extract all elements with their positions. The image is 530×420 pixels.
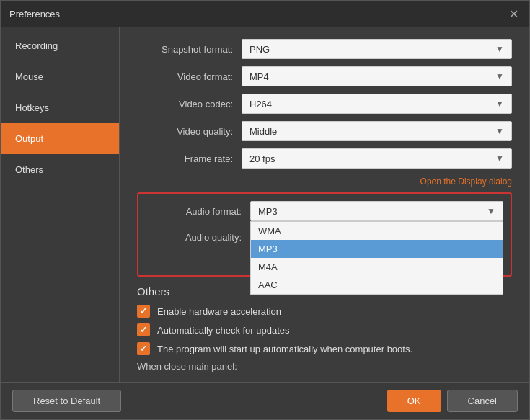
footer: Reset to Default OK Cancel (1, 382, 529, 419)
video-quality-value: Middle (249, 126, 277, 137)
hw-accel-label: Enable hardware acceleration (157, 306, 281, 317)
video-codec-row: Video codec: H264 ▼ (137, 94, 512, 114)
chevron-down-icon: ▼ (495, 153, 504, 164)
video-format-value: MP4 (249, 71, 269, 82)
reset-to-default-button[interactable]: Reset to Default (12, 390, 121, 412)
snapshot-format-dropdown[interactable]: PNG ▼ (242, 39, 512, 59)
sidebar: Recording Mouse Hotkeys Output Others (1, 27, 120, 382)
sidebar-item-mouse[interactable]: Mouse (1, 61, 119, 92)
hw-accel-checkbox[interactable] (137, 305, 150, 318)
video-quality-row: Video quality: Middle ▼ (137, 121, 512, 141)
sidebar-item-others[interactable]: Others (1, 154, 119, 185)
ok-button[interactable]: OK (387, 390, 441, 412)
dropdown-option-mp3[interactable]: MP3 (251, 240, 503, 258)
auto-start-row: The program will start up automatically … (137, 342, 512, 355)
frame-rate-dropdown[interactable]: 20 fps ▼ (242, 148, 512, 169)
frame-rate-label: Frame rate: (137, 153, 242, 164)
snapshot-format-label: Snapshot format: (137, 44, 242, 55)
snapshot-format-row: Snapshot format: PNG ▼ (137, 39, 512, 59)
chevron-down-icon: ▼ (495, 44, 504, 54)
audio-format-dropdown-list: WMA MP3 M4A AAC (250, 221, 503, 295)
audio-quality-label: Audio quality: (146, 232, 250, 243)
dropdown-option-m4a[interactable]: M4A (251, 258, 503, 276)
display-dialog-link-row: Open the Display dialog (137, 176, 512, 187)
cancel-button[interactable]: Cancel (447, 390, 518, 412)
audio-format-dropdown[interactable]: MP3 ▼ (250, 201, 503, 221)
open-display-dialog-link[interactable]: Open the Display dialog (420, 177, 512, 187)
video-format-dropdown[interactable]: MP4 ▼ (242, 66, 512, 86)
video-quality-label: Video quality: (137, 126, 242, 137)
video-codec-value: H264 (249, 99, 272, 110)
video-quality-dropdown[interactable]: Middle ▼ (242, 121, 512, 141)
chevron-down-icon: ▼ (495, 99, 504, 109)
snapshot-format-value: PNG (249, 44, 270, 55)
sidebar-item-recording[interactable]: Recording (1, 30, 119, 61)
dropdown-option-wma[interactable]: WMA (251, 222, 503, 240)
sidebar-item-hotkeys[interactable]: Hotkeys (1, 92, 119, 123)
chevron-down-icon: ▼ (487, 206, 495, 216)
audio-section: Audio format: MP3 ▼ WMA MP3 M4A AAC (137, 192, 512, 277)
dropdown-option-aac[interactable]: AAC (251, 276, 503, 294)
frame-rate-value: 20 fps (249, 153, 275, 164)
video-format-row: Video format: MP4 ▼ (137, 66, 512, 86)
preferences-window: Preferences ✕ Recording Mouse Hotkeys Ou… (0, 0, 530, 420)
video-format-label: Video format: (137, 71, 242, 82)
auto-check-row: Automatically check for updates (137, 323, 512, 336)
frame-rate-row: Frame rate: 20 fps ▼ (137, 148, 512, 169)
video-codec-label: Video codec: (137, 99, 242, 110)
video-codec-dropdown[interactable]: H264 ▼ (242, 94, 512, 114)
others-section: Others Enable hardware acceleration Auto… (137, 285, 512, 372)
footer-right-buttons: OK Cancel (387, 390, 518, 412)
chevron-down-icon: ▼ (495, 71, 504, 81)
titlebar: Preferences ✕ (1, 1, 529, 27)
audio-format-value: MP3 (258, 206, 278, 217)
auto-start-checkbox[interactable] (137, 342, 150, 355)
audio-format-label: Audio format: (146, 206, 250, 217)
auto-check-label: Automatically check for updates (157, 325, 290, 336)
close-button[interactable]: ✕ (506, 6, 521, 21)
content-area: Recording Mouse Hotkeys Output Others Sn… (1, 27, 529, 382)
chevron-down-icon: ▼ (495, 126, 504, 136)
when-close-label: When close main panel: (137, 361, 512, 372)
auto-check-checkbox[interactable] (137, 323, 150, 336)
audio-format-row: Audio format: MP3 ▼ WMA MP3 M4A AAC (146, 201, 503, 221)
audio-format-dropdown-wrapper: MP3 ▼ WMA MP3 M4A AAC (250, 201, 503, 221)
hw-accel-row: Enable hardware acceleration (137, 305, 512, 318)
auto-start-label: The program will start up automatically … (157, 344, 412, 354)
window-title: Preferences (9, 9, 60, 19)
sidebar-item-output[interactable]: Output (1, 123, 119, 154)
main-content: Snapshot format: PNG ▼ Video format: MP4… (120, 27, 529, 382)
